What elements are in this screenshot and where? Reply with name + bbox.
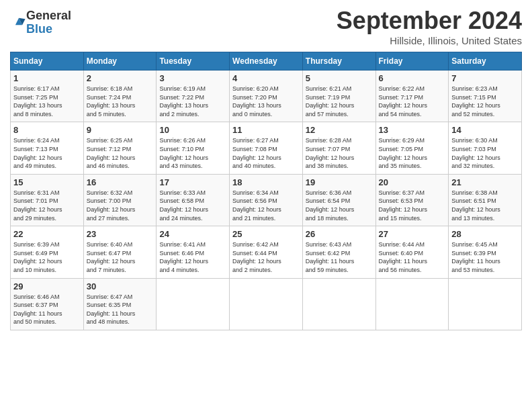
day-number: 30 [87,281,154,291]
calendar-cell: 20Sunrise: 6:37 AM Sunset: 6:53 PM Dayli… [375,174,449,226]
calendar-week-row: 15Sunrise: 6:31 AM Sunset: 7:01 PM Dayli… [11,174,522,226]
calendar-cell: 30Sunrise: 6:47 AM Sunset: 6:35 PM Dayli… [83,278,157,330]
calendar-cell: 26Sunrise: 6:43 AM Sunset: 6:42 PM Dayli… [302,226,375,278]
day-info: Sunrise: 6:34 AM Sunset: 6:56 PM Dayligh… [232,189,300,222]
calendar-cell: 6Sunrise: 6:22 AM Sunset: 7:17 PM Daylig… [375,71,449,122]
calendar-week-row: 8Sunrise: 6:24 AM Sunset: 7:13 PM Daylig… [11,122,522,174]
calendar-cell: 8Sunrise: 6:24 AM Sunset: 7:13 PM Daylig… [11,122,84,174]
day-number: 12 [306,125,373,135]
calendar-cell: 27Sunrise: 6:44 AM Sunset: 6:40 PM Dayli… [375,226,449,278]
day-info: Sunrise: 6:30 AM Sunset: 7:03 PM Dayligh… [451,136,519,170]
day-info: Sunrise: 6:18 AM Sunset: 7:24 PM Dayligh… [87,85,154,118]
day-info: Sunrise: 6:47 AM Sunset: 6:35 PM Dayligh… [87,293,154,326]
calendar-cell: 28Sunrise: 6:45 AM Sunset: 6:39 PM Dayli… [449,226,522,278]
day-number: 2 [87,73,154,83]
day-number: 20 [379,177,446,187]
calendar-cell: 12Sunrise: 6:28 AM Sunset: 7:07 PM Dayli… [302,122,375,174]
calendar-cell: 14Sunrise: 6:30 AM Sunset: 7:03 PM Dayli… [449,122,522,174]
day-info: Sunrise: 6:38 AM Sunset: 6:51 PM Dayligh… [451,189,519,222]
day-number: 16 [87,177,154,187]
day-number: 23 [87,229,154,239]
day-info: Sunrise: 6:32 AM Sunset: 7:00 PM Dayligh… [87,189,154,222]
day-number: 1 [13,73,81,83]
col-header-sunday: Sunday [11,52,84,71]
calendar-header-row: SundayMondayTuesdayWednesdayThursdayFrid… [11,52,522,71]
day-number: 24 [159,229,226,239]
calendar-week-row: 29Sunrise: 6:46 AM Sunset: 6:37 PM Dayli… [11,278,522,330]
day-info: Sunrise: 6:27 AM Sunset: 7:08 PM Dayligh… [232,136,300,170]
calendar-cell: 23Sunrise: 6:40 AM Sunset: 6:47 PM Dayli… [83,226,157,278]
calendar-cell: 15Sunrise: 6:31 AM Sunset: 7:01 PM Dayli… [11,174,84,226]
day-number: 19 [306,177,373,187]
calendar-table: SundayMondayTuesdayWednesdayThursdayFrid… [10,52,522,330]
day-info: Sunrise: 6:19 AM Sunset: 7:22 PM Dayligh… [159,85,226,118]
day-info: Sunrise: 6:17 AM Sunset: 7:25 PM Dayligh… [13,85,81,118]
calendar-cell: 19Sunrise: 6:36 AM Sunset: 6:54 PM Dayli… [302,174,375,226]
day-number: 27 [379,229,446,239]
logo-blue-text: Blue [26,23,71,36]
calendar-cell [375,278,449,330]
calendar-cell: 25Sunrise: 6:42 AM Sunset: 6:44 PM Dayli… [230,226,303,278]
day-number: 17 [159,177,226,187]
day-info: Sunrise: 6:40 AM Sunset: 6:47 PM Dayligh… [87,240,154,274]
logo-general-text: General [26,9,71,23]
day-number: 26 [306,229,373,239]
calendar-cell: 3Sunrise: 6:19 AM Sunset: 7:22 PM Daylig… [157,71,230,122]
calendar-week-row: 1Sunrise: 6:17 AM Sunset: 7:25 PM Daylig… [11,71,522,122]
day-info: Sunrise: 6:39 AM Sunset: 6:49 PM Dayligh… [13,240,81,274]
day-number: 14 [451,125,519,135]
calendar-cell: 22Sunrise: 6:39 AM Sunset: 6:49 PM Dayli… [11,226,84,278]
calendar-week-row: 22Sunrise: 6:39 AM Sunset: 6:49 PM Dayli… [11,226,522,278]
day-number: 18 [232,177,300,187]
day-number: 28 [451,229,519,239]
calendar-cell: 5Sunrise: 6:21 AM Sunset: 7:19 PM Daylig… [302,71,375,122]
calendar-cell: 11Sunrise: 6:27 AM Sunset: 7:08 PM Dayli… [230,122,303,174]
day-info: Sunrise: 6:22 AM Sunset: 7:17 PM Dayligh… [379,85,446,118]
col-header-saturday: Saturday [449,52,522,71]
day-info: Sunrise: 6:42 AM Sunset: 6:44 PM Dayligh… [232,240,300,274]
calendar-cell: 18Sunrise: 6:34 AM Sunset: 6:56 PM Dayli… [230,174,303,226]
calendar-cell: 9Sunrise: 6:25 AM Sunset: 7:12 PM Daylig… [83,122,157,174]
day-number: 9 [87,125,154,135]
col-header-monday: Monday [83,52,157,71]
col-header-thursday: Thursday [302,52,375,71]
day-info: Sunrise: 6:37 AM Sunset: 6:53 PM Dayligh… [379,189,446,222]
day-number: 13 [379,125,446,135]
day-number: 25 [232,229,300,239]
day-number: 6 [379,73,446,83]
day-info: Sunrise: 6:41 AM Sunset: 6:46 PM Dayligh… [159,240,226,274]
day-number: 4 [232,73,300,83]
day-info: Sunrise: 6:44 AM Sunset: 6:40 PM Dayligh… [379,240,446,274]
calendar-cell: 24Sunrise: 6:41 AM Sunset: 6:46 PM Dayli… [157,226,230,278]
calendar-cell: 2Sunrise: 6:18 AM Sunset: 7:24 PM Daylig… [83,71,157,122]
day-info: Sunrise: 6:31 AM Sunset: 7:01 PM Dayligh… [13,189,81,222]
logo: General Blue [10,9,71,36]
day-number: 7 [451,73,519,83]
day-info: Sunrise: 6:21 AM Sunset: 7:19 PM Dayligh… [306,85,373,118]
day-info: Sunrise: 6:45 AM Sunset: 6:39 PM Dayligh… [451,240,519,274]
day-number: 22 [13,229,81,239]
day-info: Sunrise: 6:25 AM Sunset: 7:12 PM Dayligh… [87,136,154,170]
calendar-cell: 16Sunrise: 6:32 AM Sunset: 7:00 PM Dayli… [83,174,157,226]
calendar-cell: 29Sunrise: 6:46 AM Sunset: 6:37 PM Dayli… [11,278,84,330]
day-info: Sunrise: 6:29 AM Sunset: 7:05 PM Dayligh… [379,136,446,170]
calendar-cell: 1Sunrise: 6:17 AM Sunset: 7:25 PM Daylig… [11,71,84,122]
logo-icon [11,14,26,29]
day-info: Sunrise: 6:33 AM Sunset: 6:58 PM Dayligh… [159,189,226,222]
calendar-cell [230,278,303,330]
day-number: 10 [159,125,226,135]
day-number: 8 [13,125,81,135]
title-area: September 2024 Hillside, Illinois, Unite… [337,7,522,46]
page-header: General Blue September 2024 Hillside, Il… [10,7,522,46]
day-info: Sunrise: 6:43 AM Sunset: 6:42 PM Dayligh… [306,240,373,274]
location-title: Hillside, Illinois, United States [337,35,522,46]
day-info: Sunrise: 6:36 AM Sunset: 6:54 PM Dayligh… [306,189,373,222]
col-header-tuesday: Tuesday [157,52,230,71]
day-info: Sunrise: 6:23 AM Sunset: 7:15 PM Dayligh… [451,85,519,118]
day-info: Sunrise: 6:24 AM Sunset: 7:13 PM Dayligh… [13,136,81,170]
day-info: Sunrise: 6:20 AM Sunset: 7:20 PM Dayligh… [232,85,300,118]
calendar-cell: 10Sunrise: 6:26 AM Sunset: 7:10 PM Dayli… [157,122,230,174]
day-number: 11 [232,125,300,135]
day-info: Sunrise: 6:28 AM Sunset: 7:07 PM Dayligh… [306,136,373,170]
col-header-wednesday: Wednesday [230,52,303,71]
